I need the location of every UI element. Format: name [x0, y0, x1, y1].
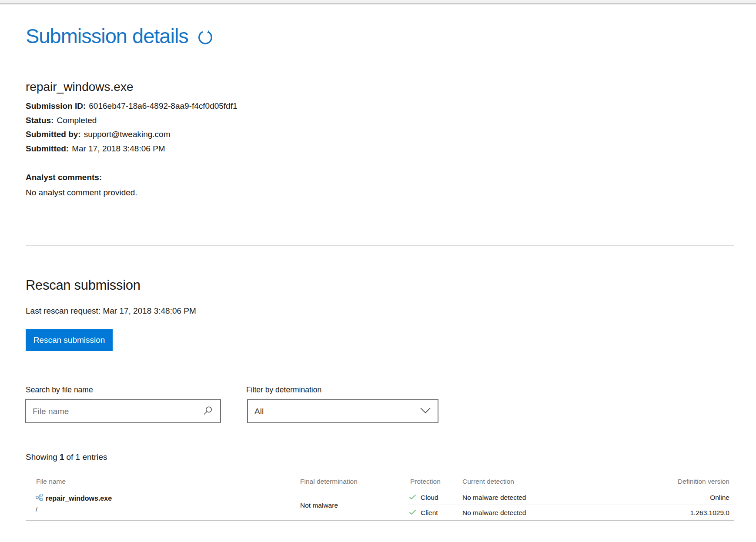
search-icon — [203, 405, 213, 417]
determination-dropdown-value: All — [254, 407, 264, 416]
refresh-icon — [197, 40, 214, 47]
section-divider — [26, 245, 734, 246]
page-title: Submission details — [26, 24, 188, 48]
meta-label: Status: — [26, 116, 54, 125]
search-box — [25, 399, 221, 423]
protection-subrow-cloud: Cloud No malware detected Online — [26, 490, 734, 505]
meta-label: Submitted: — [26, 144, 69, 153]
meta-value: Mar 17, 2018 3:48:06 PM — [72, 144, 165, 153]
analyst-comments: Analyst comments: No analyst comment pro… — [26, 173, 137, 197]
filter-label: Filter by determination — [246, 385, 321, 395]
protection-name-cell: Cloud — [409, 490, 438, 505]
meta-row-submission-id: Submission ID:6016eb47-18a6-4892-8aa9-f4… — [26, 99, 238, 114]
column-header-definition-version: Definition version — [678, 478, 729, 485]
meta-value: support@tweaking.com — [84, 130, 171, 139]
page-header: Submission details — [26, 24, 214, 48]
column-header-file-name: File name — [36, 478, 66, 485]
submission-meta: Submission ID:6016eb47-18a6-4892-8aa9-f4… — [26, 99, 238, 156]
search-label: Search by file name — [26, 385, 93, 395]
current-detection-cell: No malware detected — [462, 490, 526, 505]
meta-row-status: Status:Completed — [26, 114, 238, 128]
column-header-final-determination: Final determination — [300, 478, 358, 485]
meta-label: Submission ID: — [26, 101, 86, 110]
browser-chrome-edge — [0, 0, 756, 4]
meta-value: 6016eb47-18a6-4892-8aa9-f4cf0d05fdf1 — [89, 101, 237, 110]
rescan-heading: Rescan submission — [26, 278, 140, 293]
protection-subrow-client: Client No malware detected 1.263.1029.0 — [26, 505, 734, 520]
definition-version-cell: 1.263.1029.0 — [690, 505, 729, 520]
protection-name: Cloud — [421, 494, 438, 502]
table-row: repair_windows.exe / Not malware Cloud N… — [26, 490, 734, 521]
refresh-button[interactable] — [197, 29, 214, 47]
checkmark-icon — [409, 509, 416, 517]
results-count-number: 1 — [60, 452, 64, 462]
definition-version-cell: Online — [710, 490, 729, 505]
determination-dropdown[interactable]: All — [247, 399, 438, 423]
results-count-prefix: Showing — [26, 452, 57, 462]
meta-label: Submitted by: — [26, 130, 81, 139]
last-rescan-request: Last rescan request: Mar 17, 2018 3:48:0… — [26, 306, 196, 316]
analyst-comments-value: No analyst comment provided. — [26, 188, 137, 197]
table-header-row: File name Final determination Protection… — [26, 474, 734, 490]
column-header-current-detection: Current detection — [462, 478, 514, 485]
analyst-comments-label: Analyst comments: — [26, 173, 137, 182]
results-count-suffix: of 1 entries — [66, 452, 107, 462]
results-table: File name Final determination Protection… — [26, 474, 734, 521]
chevron-down-icon — [420, 407, 431, 416]
meta-value: Completed — [57, 116, 97, 125]
rescan-submission-button[interactable]: Rescan submission — [26, 329, 113, 351]
submission-file-name: repair_windows.exe — [26, 80, 133, 94]
results-count: Showing1of 1 entries — [26, 452, 107, 462]
meta-row-submitted-by: Submitted by:support@tweaking.com — [26, 127, 238, 142]
checkmark-icon — [409, 494, 416, 502]
protection-name-cell: Client — [409, 505, 438, 520]
search-button[interactable] — [199, 405, 220, 417]
search-input[interactable] — [26, 400, 199, 422]
column-header-protection: Protection — [410, 478, 441, 485]
meta-row-submitted: Submitted:Mar 17, 2018 3:48:06 PM — [26, 142, 238, 156]
protection-name: Client — [421, 509, 438, 517]
current-detection-cell: No malware detected — [462, 505, 526, 520]
